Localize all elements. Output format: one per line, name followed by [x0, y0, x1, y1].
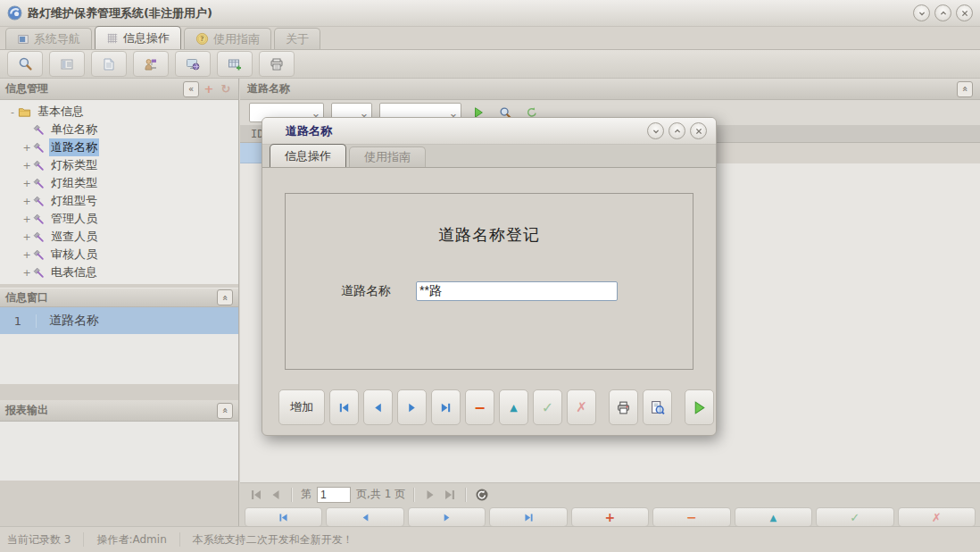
chevron-up-icon — [672, 126, 683, 137]
tree-expander[interactable]: + — [21, 160, 32, 171]
tab-label: 使用指南 — [213, 31, 260, 47]
tree-expander[interactable]: + — [21, 267, 32, 279]
delete-record-button[interactable]: − — [652, 507, 730, 527]
grid-icon — [106, 32, 119, 45]
tree-item-meter-info[interactable]: + 电表信息 — [0, 263, 238, 281]
last-page-icon[interactable] — [443, 488, 457, 502]
add-button[interactable]: 增加 — [278, 389, 325, 425]
row-index: 1 — [0, 314, 37, 328]
main-toolbar — [0, 50, 980, 79]
delete-record-button[interactable]: − — [465, 389, 494, 425]
run-button[interactable] — [685, 389, 714, 425]
tree-item-road-name[interactable]: + 道路名称 — [0, 138, 238, 156]
next-record-button[interactable] — [408, 507, 486, 527]
collapse-up-icon[interactable]: « — [957, 81, 973, 97]
chevron-down-icon — [651, 126, 661, 137]
tree-expander[interactable]: + — [21, 249, 32, 261]
toolbar-form-button[interactable] — [49, 51, 85, 77]
confirm-button[interactable]: ✓ — [816, 507, 893, 527]
app-logo-icon — [7, 5, 22, 21]
next-record-button[interactable] — [397, 389, 427, 425]
edit-record-button[interactable]: ▲ — [735, 507, 812, 527]
prev-page-icon[interactable] — [269, 488, 283, 502]
last-record-button[interactable] — [489, 507, 567, 527]
info-window-panel-header: 信息窗口 « — [0, 288, 238, 307]
app-title: 路灯维护保养管理系统(非注册用户) — [28, 5, 212, 21]
road-name-input[interactable] — [416, 281, 618, 301]
info-window-row[interactable]: 1 道路名称 — [0, 307, 238, 334]
tree-expander[interactable]: + — [21, 142, 32, 154]
first-page-icon[interactable] — [249, 488, 263, 502]
print-button[interactable] — [609, 389, 638, 425]
tab-about[interactable]: 关于 — [274, 28, 320, 49]
plus-icon[interactable]: + — [202, 82, 216, 96]
edit-record-button[interactable]: ▲ — [499, 389, 528, 425]
tree-item-auditors[interactable]: + 审核人员 — [0, 246, 238, 263]
dialog-maximize-button[interactable] — [669, 122, 685, 139]
collapse-up-icon[interactable]: « — [217, 289, 233, 305]
help-coin-icon — [195, 32, 209, 46]
status-message: 本系统支持二次开发和全新开发！ — [180, 532, 366, 547]
prev-record-button[interactable] — [363, 389, 393, 425]
tree-expander[interactable]: + — [21, 196, 32, 207]
chevron-down-icon — [917, 8, 927, 19]
tool-icon — [32, 195, 45, 207]
tree-item-lamp-group-type[interactable]: + 灯组类型 — [0, 174, 238, 192]
tree-expander[interactable]: + — [21, 178, 32, 189]
window-close-button[interactable] — [956, 4, 973, 21]
tree-item-label: 基本信息 — [36, 103, 86, 121]
refresh-icon[interactable] — [475, 488, 489, 502]
tree-item-managers[interactable]: + 管理人员 — [0, 210, 238, 228]
refresh-icon[interactable]: ↻ — [219, 82, 233, 96]
last-icon — [523, 512, 535, 523]
tool-icon — [32, 230, 45, 243]
main-panel-title: 道路名称 — [247, 81, 290, 96]
dialog-tab-information-operation[interactable]: 信息操作 — [270, 144, 346, 167]
tree-item-lamp-group-model[interactable]: + 灯组型号 — [0, 192, 238, 210]
tool-icon — [32, 213, 45, 225]
toolbar-search-button[interactable] — [7, 51, 43, 77]
last-record-button[interactable] — [431, 389, 461, 425]
tab-system-navigation[interactable]: 系统导航 — [5, 28, 92, 49]
cancel-button[interactable]: ✗ — [898, 507, 976, 527]
cancel-button[interactable]: ✗ — [567, 389, 596, 425]
dialog-minimize-button[interactable] — [647, 122, 664, 139]
first-record-button[interactable] — [329, 389, 359, 425]
toolbar-print-export-button[interactable] — [259, 51, 295, 77]
tree-expander[interactable]: - — [7, 106, 18, 118]
run-icon — [692, 400, 707, 415]
toolbar-table-add-button[interactable] — [217, 51, 253, 77]
road-name-form-panel: 道路名称登记 道路名称 — [285, 193, 693, 370]
add-record-button[interactable]: + — [571, 507, 649, 527]
first-record-button[interactable] — [245, 507, 322, 527]
dialog-close-button[interactable] — [690, 122, 707, 139]
toolbar-document-button[interactable] — [91, 51, 127, 77]
tree-item-lamp-mark-type[interactable]: + 灯标类型 — [0, 156, 238, 174]
collapse-left-icon[interactable]: « — [183, 81, 199, 97]
tab-user-guide[interactable]: 使用指南 — [184, 28, 271, 49]
toolbar-monitor-button[interactable] — [175, 51, 211, 77]
tree-expander[interactable]: + — [21, 231, 32, 243]
close-icon — [693, 126, 704, 137]
page-number-input[interactable] — [317, 487, 351, 503]
collapse-up-icon[interactable]: « — [217, 403, 233, 419]
print-preview-button[interactable] — [643, 389, 672, 425]
tab-information-operation[interactable]: 信息操作 — [95, 26, 181, 49]
check-icon: ✓ — [542, 399, 553, 416]
triangle-up-icon: ▲ — [769, 513, 777, 523]
toolbar-user-report-button[interactable] — [133, 51, 169, 77]
window-minimize-button[interactable] — [913, 4, 930, 21]
next-page-icon[interactable] — [423, 488, 437, 502]
tree-item-unit-name[interactable]: 单位名称 — [0, 121, 238, 138]
prev-record-button[interactable] — [326, 507, 403, 527]
window-maximize-button[interactable] — [934, 4, 951, 21]
tree-item-inspectors[interactable]: + 巡查人员 — [0, 228, 238, 246]
confirm-button[interactable]: ✓ — [533, 389, 562, 425]
x-icon: ✗ — [576, 399, 587, 415]
tab-label: 关于 — [286, 31, 309, 47]
tab-label: 系统导航 — [34, 31, 80, 47]
dialog-title-bar[interactable]: 道路名称 — [262, 118, 716, 145]
dialog-tab-user-guide[interactable]: 使用指南 — [349, 146, 426, 167]
tree-item-basic-info[interactable]: - 基本信息 — [0, 103, 238, 121]
tree-expander[interactable]: + — [21, 213, 32, 225]
